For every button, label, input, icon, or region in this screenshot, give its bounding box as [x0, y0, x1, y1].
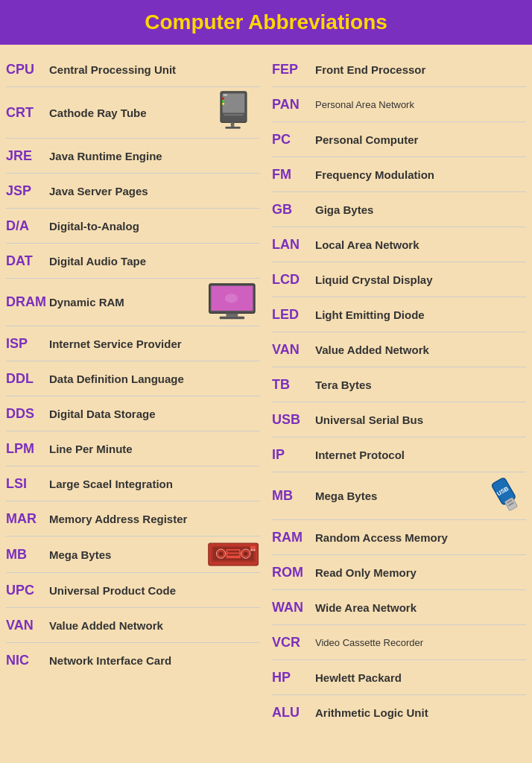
abbr-code: JRE: [6, 148, 49, 164]
list-item: DDS Digital Data Storage: [6, 396, 260, 431]
abbr-code: VAN: [272, 342, 315, 358]
abbr-meaning: Cathode Ray Tube: [49, 107, 215, 119]
abbr-code: FM: [272, 167, 315, 183]
svg-point-13: [225, 294, 238, 303]
abbr-meaning: Line Per Minute: [49, 443, 260, 455]
list-item: MB Mega Bytes: [6, 536, 260, 572]
list-item: DRAM Dynamic RAM: [6, 279, 260, 326]
list-item: HP Hewlett Packard: [272, 660, 526, 694]
abbr-meaning: Mega Bytes: [49, 548, 208, 561]
abbr-code: PAN: [272, 97, 315, 113]
abbr-meaning: Digital-to-Analog: [49, 220, 260, 232]
usb-icon: USB: [485, 475, 526, 516]
abbr-code: UPC: [6, 583, 49, 598]
list-item: MAR Memory Address Register: [6, 501, 260, 536]
abbr-meaning: Personal Area Network: [315, 99, 526, 110]
svg-rect-4: [225, 127, 240, 129]
svg-point-7: [222, 100, 224, 102]
list-item: ISP Internet Service Provider: [6, 326, 260, 361]
list-item: FEP Front End Processor: [272, 52, 526, 86]
svg-rect-2: [224, 114, 244, 115]
abbr-meaning: Dynamic RAM: [49, 296, 208, 308]
list-item: LCD Liquid Crystal Display: [272, 262, 526, 297]
abbr-meaning: Mega Bytes: [315, 490, 485, 502]
abbr-code: VAN: [6, 618, 49, 633]
abbr-meaning: Front End Processor: [315, 63, 526, 76]
abbr-meaning: Large Scael Integration: [49, 478, 260, 490]
svg-point-18: [219, 552, 223, 556]
abbr-code: D/A: [6, 218, 49, 234]
list-item: PAN Personal Area Network: [272, 87, 526, 121]
list-item: NIC Network Interface Card: [6, 643, 260, 677]
abbr-code: GB: [272, 202, 315, 218]
abbr-code: MB: [6, 547, 49, 563]
abbr-code: VCR: [272, 635, 315, 650]
abbr-meaning: Hewlett Packard: [315, 671, 526, 684]
svg-rect-24: [250, 546, 256, 549]
list-item: PC Personal Computer: [272, 122, 526, 156]
abbr-code: ALU: [272, 705, 315, 721]
abbr-code: TB: [272, 377, 315, 393]
abbr-meaning: Java Server Pages: [49, 185, 260, 197]
svg-rect-12: [220, 317, 244, 320]
abbr-meaning: Network Interface Card: [49, 654, 260, 667]
list-item: CPU Central Processing Unit: [6, 52, 260, 86]
abbr-meaning: Internet Service Provider: [49, 338, 260, 350]
abbr-code: CPU: [6, 62, 49, 77]
abbr-code: JSP: [6, 183, 49, 199]
abbr-meaning: Universal Product Code: [49, 584, 260, 597]
list-item: LPM Line Per Minute: [6, 431, 260, 466]
svg-point-8: [222, 103, 224, 105]
right-column: FEP Front End Processor PAN Personal Are…: [265, 52, 526, 729]
abbr-code: ROM: [272, 565, 315, 580]
list-item: USB Universal Serial Bus: [272, 402, 526, 437]
abbr-meaning: Liquid Crystal Display: [315, 273, 526, 286]
list-item: LED Light Emitting Diode: [272, 297, 526, 332]
abbr-meaning: Digital Audio Tape: [49, 255, 260, 267]
list-item: JRE Java Runtime Engine: [6, 139, 260, 173]
abbr-meaning: Read Only Memory: [315, 566, 526, 579]
monitor-icon: [208, 282, 260, 323]
abbr-meaning: Random Access Memory: [315, 531, 526, 544]
abbr-code: DRAM: [6, 294, 49, 310]
abbr-meaning: Tera Bytes: [315, 379, 526, 391]
list-item: FM Frequency Modulation: [272, 157, 526, 191]
abbr-meaning: Memory Address Register: [49, 513, 260, 525]
svg-point-20: [244, 552, 247, 556]
header: Computer Abbreviations: [0, 0, 532, 45]
list-item: UPC Universal Product Code: [6, 573, 260, 607]
svg-rect-1: [223, 94, 245, 113]
list-item: CRT Cathode Ray Tube: [6, 87, 260, 138]
abbr-meaning: Wide Area Network: [315, 601, 526, 614]
list-item: GB Giga Bytes: [272, 192, 526, 227]
abbr-code: IP: [272, 447, 315, 463]
list-item: ALU Arithmetic Logic Unit: [272, 695, 526, 729]
abbr-meaning: Personal Computer: [315, 133, 526, 146]
list-item: LAN Local Area Network: [272, 227, 526, 262]
abbr-code: PC: [272, 132, 315, 148]
abbr-code: DDL: [6, 371, 49, 387]
svg-point-25: [250, 548, 253, 551]
list-item: VAN Value Added Network: [6, 608, 260, 642]
abbr-code: LED: [272, 307, 315, 323]
list-item: VAN Value Added Network: [272, 332, 526, 367]
abbr-code: HP: [272, 670, 315, 686]
list-item: RAM Random Access Memory: [272, 520, 526, 554]
page-title: Computer Abbreviations: [145, 10, 387, 34]
abbr-code: RAM: [272, 530, 315, 545]
list-item: TB Tera Bytes: [272, 367, 526, 402]
abbr-meaning: Frequency Modulation: [315, 168, 526, 181]
abbr-meaning: Central Processing Unit: [49, 63, 260, 76]
abbr-meaning: Universal Serial Bus: [315, 414, 526, 426]
abbr-meaning: Java Runtime Engine: [49, 150, 260, 162]
computer-icon: [215, 90, 260, 135]
abbr-code: DAT: [6, 253, 49, 269]
abbr-meaning: Internet Protocol: [315, 449, 526, 461]
abbr-code: LAN: [272, 237, 315, 253]
abbr-code: LPM: [6, 441, 49, 457]
list-item: DDL Data Definition Language: [6, 361, 260, 396]
abbr-meaning: Light Emitting Diode: [315, 308, 526, 321]
list-item: DAT Digital Audio Tape: [6, 244, 260, 278]
abbr-meaning: Video Cassette Recorder: [315, 637, 526, 648]
abbr-meaning: Local Area Network: [315, 238, 526, 251]
